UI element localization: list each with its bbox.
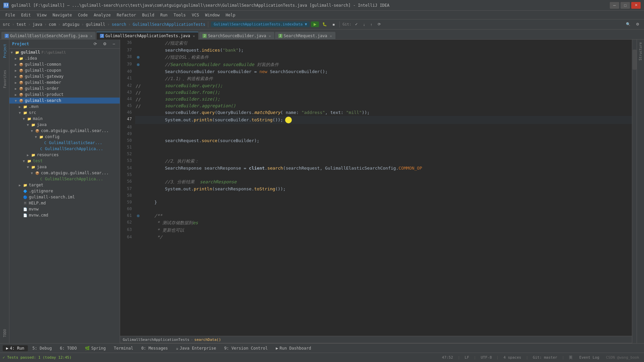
menu-window[interactable]: Window [202,12,222,18]
tree-test-java[interactable]: ▼ 📁 java [9,164,120,170]
git-push[interactable]: ↑ [368,22,374,27]
tab-close-4[interactable]: ✕ [330,34,332,38]
menu-build[interactable]: Build [140,12,157,18]
tab-close-2[interactable]: ✕ [193,34,195,38]
left-icon-todo[interactable]: TODO [1,326,8,340]
stop-button[interactable]: ■ [330,22,337,27]
tree-mvn[interactable]: ▶ 📁 .mvn [9,104,120,110]
search-button[interactable]: 🔍 [624,21,633,27]
debug-button[interactable]: 🐛 [320,21,329,27]
menu-help[interactable]: Help [223,12,238,18]
tree-help[interactable]: ▶ M HELP.md [9,200,120,206]
tree-test[interactable]: ▼ 📁 test [9,158,120,164]
tree-src[interactable]: ▼ 📁 src [9,110,120,116]
breadcrumb-java[interactable]: java [33,22,42,27]
menu-edit[interactable]: Edit [18,12,34,18]
bottom-tab-run[interactable]: ▶ 4: Run [3,345,28,351]
menu-code[interactable]: Code [75,12,91,18]
status-encoding[interactable]: UTF-8 [479,355,494,360]
bottom-tab-terminal[interactable]: Terminal [110,345,137,351]
left-icon-favorites[interactable]: Favorites [1,69,8,89]
editor-area[interactable]: 36 //指定索引 37 searchRequest.indices("bank… [120,40,632,343]
breadcrumb-search[interactable]: search [112,22,126,27]
tree-member[interactable]: ▶ 📦 gulimall-member [9,79,120,85]
tree-search[interactable]: ▼ 📦 gulimall-search [9,98,120,104]
git-update[interactable]: ↓ [361,22,367,27]
menu-analyze[interactable]: Analyze [91,12,113,18]
menu-tools[interactable]: Tools [171,12,189,18]
menu-file[interactable]: File [3,12,18,18]
bottom-tab-spring[interactable]: 🌿 Spring [82,345,109,351]
bottom-tab-vcs[interactable]: 9: Version Control [221,345,271,351]
bottom-tab-enterprise[interactable]: ☕ Java Enterprise [173,345,220,351]
run-config[interactable]: GulimallSearchApplicationTests.indexData… [211,21,310,27]
menu-refactor[interactable]: Refactor [114,12,139,18]
tree-target[interactable]: ▶ 📁 target [9,182,120,188]
bottom-tab-todo[interactable]: 6: TODO [56,345,80,351]
tree-mvnwcmd[interactable]: ▶ 📄 mvnw.cmd [9,212,120,218]
tree-main-java[interactable]: ▼ 📁 java [9,122,120,128]
settings-button[interactable]: ⚙ [634,21,641,27]
left-icon-project[interactable]: Project [1,41,8,61]
tree-gateway[interactable]: ▶ 📦 gulimall-gateway [9,73,120,79]
project-settings[interactable]: ⚙ [101,41,109,47]
status-im[interactable]: 英 [567,355,575,360]
tree-product[interactable]: ▶ 📦 gulimall-product [9,92,120,98]
breadcrumb-file[interactable]: GulimallSearchApplicationTests [133,22,206,27]
right-scroll-gutter[interactable] [632,40,637,343]
menu-run[interactable]: Run [158,12,170,18]
bottom-tab-run-dashboard[interactable]: ▶ Run Dashboard [272,345,314,351]
git-check[interactable]: ✓ [353,21,360,27]
project-collapse[interactable]: – [111,41,117,47]
tree-root[interactable]: ▼ 📁 gulimall F:\gulimall [9,49,120,55]
tree-common[interactable]: ▶ 📦 gulimall-common [9,61,120,67]
tree-config[interactable]: ▼ 📁 config [9,134,120,140]
bottom-tab-messages[interactable]: 0: Messages [138,345,171,351]
structure-panel[interactable]: Structure [637,41,644,62]
tree-test-package[interactable]: ▼ 📦 com.atguigu.gulimall.sear... [9,170,120,176]
scroll-thumb[interactable] [633,50,637,70]
tree-test-app-file[interactable]: ▶ C GulimallSearchApplica... [9,176,120,182]
git-history[interactable]: ⟳ [376,21,383,27]
tree-iml[interactable]: ▶ 🔵 gulimall-search.iml [9,194,120,200]
tree-coupon[interactable]: ▶ 📦 gulimall-coupon [9,67,120,73]
close-button[interactable]: ✕ [631,2,641,9]
breadcrumb-method[interactable]: searchData() [194,338,221,342]
menu-view[interactable]: View [34,12,49,18]
breadcrumb-class[interactable]: GulimallSearchApplicationTests [123,338,190,342]
status-git[interactable]: Git: master [531,355,559,360]
project-sync[interactable]: ⟳ [92,41,99,47]
tab-source-builder[interactable]: J SearchSourceBuilder.java ✕ [199,32,274,40]
tab-close-1[interactable]: ✕ [90,34,92,38]
tab-search-request[interactable]: J SearchRequest.java ✕ [275,32,335,40]
bottom-tab-debug[interactable]: 5: Debug [29,345,55,351]
tab-close-3[interactable]: ✕ [269,34,271,38]
breadcrumb-src[interactable]: src [3,22,10,27]
tree-gitignore[interactable]: ▶ 🔷 .gitignore [9,188,120,194]
run-button[interactable]: ▶ [311,21,319,27]
tree-elastic-config-file[interactable]: ▶ C GulimallElasticSear... [9,140,120,146]
tree-order[interactable]: ▶ 📦 gulimall-order [9,85,120,92]
tree-mvnw[interactable]: ▶ 📄 mvnw [9,206,120,212]
left-tool-strip: Project Favorites TODO [0,40,9,343]
breadcrumb-com[interactable]: com [49,22,56,27]
menu-vcs[interactable]: VCS [189,12,202,18]
tree-main[interactable]: ▼ 📁 main [9,116,120,122]
breadcrumb-test[interactable]: test [16,22,26,27]
tab-search-tests[interactable]: J GulimallSearchApplicationTests.java ✕ [96,32,199,40]
status-indent[interactable]: 4 spaces [501,355,523,360]
breadcrumb-atguigu[interactable]: atguigu [62,22,79,27]
breadcrumb-gulimall[interactable]: gulimall [86,22,105,27]
status-lf[interactable]: LF [463,355,471,360]
status-position[interactable]: 47:52 [440,355,455,360]
status-event-log[interactable]: Event Log [577,355,601,360]
tree-main-app-file[interactable]: ▶ C GulimallSearchApplica... [9,146,120,152]
menu-navigate[interactable]: Navigate [50,12,75,18]
tree-resources[interactable]: ▶ 📁 resources [9,152,120,158]
tree-idea[interactable]: ▶ 📁 .idea [9,55,120,61]
tab-elastic-config[interactable]: J GulimallElasticSearchConfig.java ✕ [1,32,96,40]
code-editor[interactable]: 36 //指定索引 37 searchRequest.indices("bank… [120,40,632,336]
tree-package[interactable]: ▼ 📦 com.atguigu.gulimall.sear... [9,128,120,134]
maximize-button[interactable]: □ [621,2,630,9]
minimize-button[interactable]: ─ [610,2,619,9]
